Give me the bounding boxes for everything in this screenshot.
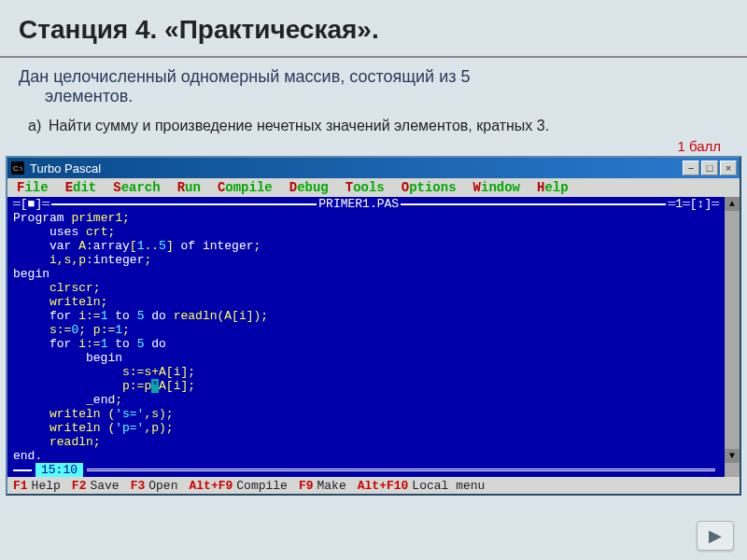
code-line[interactable]: p:=p*A[i]; bbox=[13, 379, 719, 393]
turbo-pascal-window: C:\ Turbo Pascal − □ × FileEditSearchRun… bbox=[6, 156, 741, 496]
code-line[interactable]: begin bbox=[13, 351, 719, 365]
close-button[interactable]: × bbox=[720, 161, 737, 175]
code-line[interactable]: writeln; bbox=[13, 295, 719, 309]
code-line[interactable]: var A:array[1..5] of integer; bbox=[13, 239, 719, 253]
maximize-button[interactable]: □ bbox=[701, 161, 718, 175]
code-line[interactable]: writeln ('p=',p); bbox=[13, 421, 719, 435]
code-line[interactable]: uses crt; bbox=[13, 225, 719, 239]
menu-run[interactable]: Run bbox=[177, 180, 201, 195]
editor-frame-top: ═[■]═ PRIMER1.PAS ═1═[↕]═ bbox=[13, 197, 719, 211]
app-icon: C:\ bbox=[11, 161, 24, 175]
hint-text: Make bbox=[317, 479, 346, 493]
editor-filename: PRIMER1.PAS bbox=[318, 197, 399, 211]
arrow-right-icon: ▶ bbox=[709, 525, 722, 546]
subtask-text: Найти сумму и произведение нечетных знач… bbox=[49, 118, 549, 133]
code-line[interactable]: s:=0; p:=1; bbox=[13, 323, 719, 337]
menu-compile[interactable]: Compile bbox=[218, 180, 273, 195]
menu-edit[interactable]: Edit bbox=[65, 180, 97, 195]
menu-help[interactable]: Help bbox=[537, 180, 569, 195]
scroll-down-icon[interactable]: ▼ bbox=[725, 449, 740, 463]
next-slide-button[interactable]: ▶ bbox=[697, 521, 734, 551]
menu-search[interactable]: Search bbox=[113, 180, 160, 195]
code-line[interactable]: for i:=1 to 5 do readln(A[i]); bbox=[13, 309, 719, 323]
code-line[interactable]: writeln ('s=',s); bbox=[13, 407, 719, 421]
menu-window[interactable]: Window bbox=[473, 180, 520, 195]
menu-file[interactable]: File bbox=[17, 180, 49, 195]
app-title: Turbo Pascal bbox=[30, 161, 677, 175]
score-label: 1 балл bbox=[0, 136, 747, 154]
frame-zoom-gadget[interactable]: ═1═[↕]═ bbox=[668, 197, 719, 211]
code-line[interactable]: Program primer1; bbox=[13, 211, 719, 225]
hint-key[interactable]: F1 bbox=[13, 479, 28, 493]
slide-title: Станция 4. «Практическая». bbox=[19, 15, 728, 45]
menu-options[interactable]: Options bbox=[402, 180, 457, 195]
code-line[interactable]: _end; bbox=[13, 393, 719, 407]
code-editor[interactable]: ▲ ▼ ═[■]═ PRIMER1.PAS ═1═[↕]═ Program pr… bbox=[7, 197, 740, 477]
code-line[interactable]: i,s,p:integer; bbox=[13, 253, 719, 267]
hint-key[interactable]: Alt+F9 bbox=[189, 479, 233, 493]
hint-key[interactable]: Alt+F10 bbox=[358, 479, 409, 493]
task-line-1b: элементов. bbox=[19, 87, 728, 106]
code-line[interactable]: for i:=1 to 5 do bbox=[13, 337, 719, 351]
code-line[interactable]: begin bbox=[13, 267, 719, 281]
hint-text: Compile bbox=[236, 479, 288, 493]
hint-key[interactable]: F9 bbox=[299, 479, 314, 493]
menu-debug[interactable]: Debug bbox=[289, 180, 329, 195]
hint-text: Local menu bbox=[412, 479, 485, 493]
task-line-1: Дан целочисленный одномерный массив, сос… bbox=[19, 67, 728, 87]
scroll-up-icon[interactable]: ▲ bbox=[725, 197, 740, 211]
hint-key[interactable]: F3 bbox=[131, 479, 146, 493]
frame-close-gadget[interactable]: ═[■]═ bbox=[13, 197, 49, 211]
code-line[interactable]: readln; bbox=[13, 435, 719, 449]
code-line[interactable]: s:=s+A[i]; bbox=[13, 365, 719, 379]
hint-text: Help bbox=[32, 479, 61, 493]
code-line[interactable]: clrscr; bbox=[13, 281, 719, 295]
hint-text: Save bbox=[90, 479, 119, 493]
hint-text: Open bbox=[148, 479, 177, 493]
title-bar[interactable]: C:\ Turbo Pascal − □ × bbox=[7, 158, 740, 178]
editor-frame-bottom: 15:10 bbox=[13, 463, 719, 477]
minimize-button[interactable]: − bbox=[683, 161, 699, 175]
cursor-position: 15:10 bbox=[35, 463, 83, 477]
subtask-a: а) Найти сумму и произведение нечетных з… bbox=[0, 110, 747, 136]
menu-tools[interactable]: Tools bbox=[345, 180, 385, 195]
function-key-bar: F1 HelpF2 SaveF3 OpenAlt+F9 CompileF9 Ma… bbox=[7, 477, 740, 494]
hint-key[interactable]: F2 bbox=[72, 479, 87, 493]
code-line[interactable]: end. bbox=[13, 449, 719, 463]
menu-bar[interactable]: FileEditSearchRunCompileDebugToolsOption… bbox=[7, 178, 740, 197]
subtask-marker: а) bbox=[28, 118, 41, 134]
